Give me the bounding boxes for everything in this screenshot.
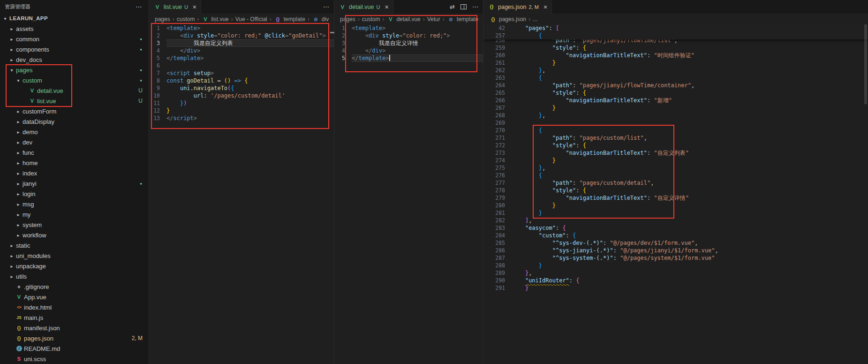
breadcrumb-item-div[interactable]: ⊘div (312, 16, 329, 23)
more-actions-icon[interactable]: ⋯ (136, 3, 142, 10)
breadcrumb-item-detail.vue[interactable]: Vdetail.vue (386, 16, 420, 23)
close-icon[interactable]: × (193, 4, 196, 10)
folder-item-demo[interactable]: ▸demo (0, 127, 149, 137)
file-item-pages.json[interactable]: {}pages.json2, M (0, 333, 149, 343)
chevron-down-icon[interactable]: ▾ (15, 78, 22, 83)
chevron-right-icon[interactable]: ▸ (8, 37, 15, 42)
code-editor-pages-json[interactable]: 42 "pages": [257 { 258 "path": "pages/ji… (483, 24, 868, 364)
folder-item-msg[interactable]: ▸msg (0, 199, 149, 209)
chevron-right-icon[interactable]: ▸ (15, 109, 22, 114)
tree-item-label: dev_docs (16, 56, 42, 63)
folder-item-uni_modules[interactable]: ▸uni_modules (0, 250, 149, 261)
folder-item-home[interactable]: ▸home (0, 158, 149, 168)
folder-item-dataDisplay[interactable]: ▸dataDisplay (0, 116, 149, 127)
chevron-down-icon[interactable]: ▾ (8, 68, 15, 73)
folder-item-jianyi[interactable]: ▸jianyi● (0, 178, 149, 189)
code-token: , (694, 240, 698, 246)
chevron-right-icon[interactable]: ▸ (15, 233, 22, 238)
code-token: "pages" (525, 25, 549, 31)
chevron-right-icon[interactable]: ▸ (15, 171, 22, 176)
close-icon[interactable]: × (543, 4, 547, 10)
chevron-down-icon[interactable]: ▾ (2, 16, 8, 21)
file-item-main.js[interactable]: JSmain.js (0, 312, 149, 323)
chevron-right-icon[interactable]: ▸ (15, 119, 22, 124)
tab-detail-vue[interactable]: V detail.vue U × (334, 0, 393, 14)
chevron-right-icon[interactable]: ▸ (15, 129, 22, 135)
folder-item-dev[interactable]: ▸dev (0, 137, 149, 147)
breadcrumb-item-...[interactable]: ... (533, 16, 537, 23)
folder-item-index[interactable]: ▸index (0, 168, 149, 178)
chevron-right-icon[interactable]: ▸ (15, 160, 22, 166)
tab-label: list.vue (164, 4, 182, 10)
split-editor-button[interactable] (460, 4, 467, 9)
line-number: 42 (483, 24, 512, 32)
folder-item-custom[interactable]: ▾custom● (0, 75, 149, 85)
breadcrumb-item-custom[interactable]: custom (362, 16, 380, 23)
more-editor-button[interactable]: ⋯ (323, 3, 329, 10)
close-icon[interactable]: × (385, 4, 388, 10)
chevron-right-icon[interactable]: ▸ (8, 47, 15, 52)
file-item-App.vue[interactable]: VApp.vue (0, 292, 149, 302)
folder-item-common[interactable]: ▸common● (0, 34, 149, 44)
code-token (512, 105, 552, 111)
folder-item-pages[interactable]: ▾pages● (0, 65, 149, 75)
folder-item-LEARUN_APP[interactable]: ▾LEARUN_APP (0, 13, 149, 23)
folder-item-system[interactable]: ▸system (0, 220, 149, 230)
chevron-right-icon[interactable]: ▸ (8, 274, 15, 279)
folder-item-static[interactable]: ▸static (0, 240, 149, 250)
code-lines: 258 "path": "pages/jianyi/flowTime/list"… (483, 37, 868, 292)
folder-item-login[interactable]: ▸login (0, 189, 149, 199)
git-modified-dot: ● (140, 182, 142, 186)
breadcrumb-item-pages[interactable]: pages (340, 16, 355, 23)
chevron-right-icon[interactable]: ▸ (15, 191, 22, 197)
file-item-uni.scss[interactable]: Suni.scss (0, 354, 149, 364)
breadcrumb-item-pages[interactable]: pages (155, 16, 170, 23)
breadcrumb-item-template[interactable]: ⊘template (447, 16, 478, 23)
folder-item-assets[interactable]: ▸assets (0, 23, 149, 34)
file-item-index.html[interactable]: <>index.html (0, 302, 149, 312)
breadcrumb-item-Vetur[interactable]: Vetur (427, 16, 440, 23)
folder-item-utils[interactable]: ▸utils (0, 271, 149, 281)
file-item-list.vue[interactable]: Vlist.vueU (0, 96, 149, 106)
breadcrumb-item-list.vue[interactable]: Vlist.vue (201, 16, 228, 23)
chevron-right-icon[interactable]: ▸ (8, 57, 15, 62)
tab-list-vue[interactable]: V list.vue U × (149, 0, 201, 14)
chevron-right-icon[interactable]: ▸ (8, 264, 15, 269)
folder-item-workflow[interactable]: ▸workflow (0, 230, 149, 240)
chevron-right-icon[interactable]: ▸ (15, 212, 22, 217)
file-item-README.md[interactable]: iREADME.md (0, 343, 149, 354)
tree-item-label: home (23, 159, 38, 167)
git-status-badge: U (138, 98, 143, 104)
code-line-12: 12} (149, 107, 334, 114)
folder-item-my[interactable]: ▸my (0, 209, 149, 220)
folder-item-dev_docs[interactable]: ▸dev_docs (0, 54, 149, 65)
folder-item-customForm[interactable]: ▸customForm (0, 106, 149, 116)
breadcrumb-item-custom[interactable]: custom (177, 16, 195, 23)
compare-editor-button[interactable]: ⇄ (450, 3, 455, 10)
chevron-right-icon[interactable]: ▸ (15, 222, 22, 228)
code-editor-detail-vue[interactable]: 1<template>2 <div style="color: red;">3 … (334, 24, 483, 364)
tab-pages-json[interactable]: {} pages.json 2, M × (483, 0, 552, 14)
folder-item-components[interactable]: ▸components● (0, 44, 149, 54)
chevron-right-icon[interactable]: ▸ (15, 140, 22, 145)
breadcrumb-item-template[interactable]: {}template (274, 16, 305, 23)
chevron-right-icon[interactable]: ▸ (8, 26, 15, 31)
chevron-right-icon[interactable]: ▸ (15, 181, 22, 186)
folder-item-unpackage[interactable]: ▸unpackage (0, 261, 149, 271)
file-item-detail.vue[interactable]: Vdetail.vueU (0, 85, 149, 96)
chevron-right-icon[interactable]: ▸ (8, 253, 15, 258)
chevron-right-icon[interactable]: ▸ (15, 202, 22, 207)
chevron-right-icon[interactable]: ▸ (8, 243, 15, 248)
code-editor-list-vue[interactable]: 1<template>2 <div style="color: red;" @c… (149, 24, 334, 364)
more-editor-button[interactable]: ⋯ (472, 3, 478, 10)
chevron-right-icon[interactable]: ▸ (15, 150, 22, 155)
folder-item-func[interactable]: ▸func (0, 147, 149, 158)
scrollbar-thumb[interactable] (864, 24, 867, 104)
breadcrumb-item-pages.json[interactable]: {}pages.json (489, 16, 526, 23)
breadcrumb-label: list.vue (211, 16, 228, 23)
breadcrumb-label: detail.vue (396, 16, 420, 23)
file-item-manifest.json[interactable]: {}manifest.json (0, 323, 149, 333)
file-item-.gitignore[interactable]: ◆.gitignore (0, 281, 149, 292)
line-number: 288 (483, 262, 512, 269)
breadcrumb-item-Vue---Official[interactable]: Vue - Official (235, 16, 267, 23)
